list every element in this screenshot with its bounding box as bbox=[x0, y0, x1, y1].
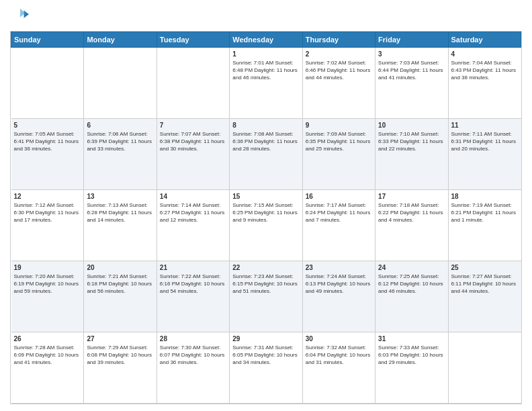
day-info: Sunrise: 7:22 AM Sunset: 6:16 PM Dayligh… bbox=[160, 273, 226, 295]
day-number: 12 bbox=[14, 193, 81, 200]
day-number: 23 bbox=[306, 264, 372, 271]
day-info: Sunrise: 7:19 AM Sunset: 6:21 PM Dayligh… bbox=[451, 201, 519, 224]
day-number: 6 bbox=[87, 122, 153, 129]
week-row-4: 26Sunrise: 7:28 AM Sunset: 6:09 PM Dayli… bbox=[11, 332, 521, 404]
header-row: SundayMondayTuesdayWednesdayThursdayFrid… bbox=[11, 32, 521, 48]
day-info: Sunrise: 7:15 AM Sunset: 6:25 PM Dayligh… bbox=[232, 201, 299, 224]
logo bbox=[10, 7, 32, 26]
col-header-tuesday: Tuesday bbox=[157, 32, 229, 48]
week-row-1: 5Sunrise: 7:05 AM Sunset: 6:41 PM Daylig… bbox=[11, 119, 521, 190]
day-info: Sunrise: 7:01 AM Sunset: 6:48 PM Dayligh… bbox=[232, 59, 299, 82]
day-info: Sunrise: 7:28 AM Sunset: 6:09 PM Dayligh… bbox=[14, 344, 81, 367]
cell-w4-d6 bbox=[448, 332, 521, 404]
day-number: 15 bbox=[232, 193, 299, 200]
col-header-monday: Monday bbox=[84, 32, 157, 48]
day-info: Sunrise: 7:09 AM Sunset: 6:35 PM Dayligh… bbox=[306, 130, 372, 153]
calendar-table: SundayMondayTuesdayWednesdayThursdayFrid… bbox=[11, 32, 521, 404]
day-number: 14 bbox=[160, 193, 226, 200]
day-number: 20 bbox=[87, 264, 153, 271]
week-row-0: 1Sunrise: 7:01 AM Sunset: 6:48 PM Daylig… bbox=[11, 48, 521, 119]
cell-w0-d1 bbox=[84, 48, 157, 119]
day-number: 22 bbox=[232, 264, 299, 271]
day-number: 28 bbox=[160, 335, 226, 342]
day-number: 16 bbox=[306, 193, 372, 200]
day-number: 24 bbox=[378, 264, 445, 271]
cell-w0-d0 bbox=[11, 48, 84, 119]
cell-w4-d0: 26Sunrise: 7:28 AM Sunset: 6:09 PM Dayli… bbox=[11, 332, 84, 404]
day-number: 29 bbox=[232, 335, 299, 342]
cell-w1-d4: 9Sunrise: 7:09 AM Sunset: 6:35 PM Daylig… bbox=[302, 119, 375, 190]
day-number: 1 bbox=[232, 50, 299, 58]
cell-w3-d2: 21Sunrise: 7:22 AM Sunset: 6:16 PM Dayli… bbox=[157, 261, 229, 332]
day-info: Sunrise: 7:33 AM Sunset: 6:03 PM Dayligh… bbox=[378, 344, 445, 367]
day-info: Sunrise: 7:12 AM Sunset: 6:30 PM Dayligh… bbox=[14, 201, 81, 224]
calendar-header: SundayMondayTuesdayWednesdayThursdayFrid… bbox=[11, 32, 521, 48]
cell-w3-d0: 19Sunrise: 7:20 AM Sunset: 6:19 PM Dayli… bbox=[11, 261, 84, 332]
day-number: 26 bbox=[14, 335, 81, 342]
cell-w2-d1: 13Sunrise: 7:13 AM Sunset: 6:28 PM Dayli… bbox=[84, 190, 157, 261]
day-number: 21 bbox=[160, 264, 226, 271]
day-info: Sunrise: 7:20 AM Sunset: 6:19 PM Dayligh… bbox=[14, 273, 81, 295]
logo-icon bbox=[10, 7, 29, 26]
cell-w0-d2 bbox=[157, 48, 229, 119]
cell-w2-d4: 16Sunrise: 7:17 AM Sunset: 6:24 PM Dayli… bbox=[302, 190, 375, 261]
day-info: Sunrise: 7:08 AM Sunset: 6:36 PM Dayligh… bbox=[232, 130, 299, 153]
cell-w1-d1: 6Sunrise: 7:06 AM Sunset: 6:39 PM Daylig… bbox=[84, 119, 157, 190]
cell-w4-d1: 27Sunrise: 7:29 AM Sunset: 6:08 PM Dayli… bbox=[84, 332, 157, 404]
day-info: Sunrise: 7:32 AM Sunset: 6:04 PM Dayligh… bbox=[306, 344, 372, 367]
cell-w4-d4: 30Sunrise: 7:32 AM Sunset: 6:04 PM Dayli… bbox=[302, 332, 375, 404]
day-info: Sunrise: 7:24 AM Sunset: 6:13 PM Dayligh… bbox=[306, 273, 372, 295]
day-info: Sunrise: 7:04 AM Sunset: 6:43 PM Dayligh… bbox=[451, 59, 519, 82]
day-number: 3 bbox=[378, 50, 445, 58]
cell-w2-d5: 17Sunrise: 7:18 AM Sunset: 6:22 PM Dayli… bbox=[375, 190, 448, 261]
day-number: 11 bbox=[451, 122, 519, 129]
day-info: Sunrise: 7:29 AM Sunset: 6:08 PM Dayligh… bbox=[87, 344, 153, 367]
day-info: Sunrise: 7:25 AM Sunset: 6:12 PM Dayligh… bbox=[378, 273, 445, 295]
day-info: Sunrise: 7:18 AM Sunset: 6:22 PM Dayligh… bbox=[378, 201, 445, 224]
day-info: Sunrise: 7:13 AM Sunset: 6:28 PM Dayligh… bbox=[87, 201, 153, 224]
day-info: Sunrise: 7:07 AM Sunset: 6:38 PM Dayligh… bbox=[160, 130, 226, 153]
week-row-3: 19Sunrise: 7:20 AM Sunset: 6:19 PM Dayli… bbox=[11, 261, 521, 332]
cell-w1-d6: 11Sunrise: 7:11 AM Sunset: 6:31 PM Dayli… bbox=[448, 119, 521, 190]
cell-w3-d3: 22Sunrise: 7:23 AM Sunset: 6:15 PM Dayli… bbox=[230, 261, 302, 332]
day-info: Sunrise: 7:02 AM Sunset: 6:46 PM Dayligh… bbox=[306, 59, 372, 82]
col-header-sunday: Sunday bbox=[11, 32, 84, 48]
day-info: Sunrise: 7:23 AM Sunset: 6:15 PM Dayligh… bbox=[232, 273, 299, 295]
day-info: Sunrise: 7:17 AM Sunset: 6:24 PM Dayligh… bbox=[306, 201, 372, 224]
day-info: Sunrise: 7:06 AM Sunset: 6:39 PM Dayligh… bbox=[87, 130, 153, 153]
day-number: 27 bbox=[87, 335, 153, 342]
cell-w3-d5: 24Sunrise: 7:25 AM Sunset: 6:12 PM Dayli… bbox=[375, 261, 448, 332]
cell-w1-d3: 8Sunrise: 7:08 AM Sunset: 6:36 PM Daylig… bbox=[230, 119, 302, 190]
calendar: SundayMondayTuesdayWednesdayThursdayFrid… bbox=[10, 31, 522, 404]
svg-marker-0 bbox=[24, 11, 29, 18]
day-number: 19 bbox=[14, 264, 81, 271]
day-number: 17 bbox=[378, 193, 445, 200]
cell-w4-d5: 31Sunrise: 7:33 AM Sunset: 6:03 PM Dayli… bbox=[375, 332, 448, 404]
day-number: 31 bbox=[378, 335, 445, 342]
cell-w0-d5: 3Sunrise: 7:03 AM Sunset: 6:44 PM Daylig… bbox=[375, 48, 448, 119]
day-number: 4 bbox=[451, 50, 519, 58]
cell-w0-d4: 2Sunrise: 7:02 AM Sunset: 6:46 PM Daylig… bbox=[302, 48, 375, 119]
day-number: 18 bbox=[451, 193, 519, 200]
cell-w0-d6: 4Sunrise: 7:04 AM Sunset: 6:43 PM Daylig… bbox=[448, 48, 521, 119]
day-info: Sunrise: 7:30 AM Sunset: 6:07 PM Dayligh… bbox=[160, 344, 226, 367]
day-info: Sunrise: 7:31 AM Sunset: 6:05 PM Dayligh… bbox=[232, 344, 299, 367]
week-row-2: 12Sunrise: 7:12 AM Sunset: 6:30 PM Dayli… bbox=[11, 190, 521, 261]
cell-w1-d5: 10Sunrise: 7:10 AM Sunset: 6:33 PM Dayli… bbox=[375, 119, 448, 190]
col-header-thursday: Thursday bbox=[302, 32, 375, 48]
day-info: Sunrise: 7:11 AM Sunset: 6:31 PM Dayligh… bbox=[451, 130, 519, 153]
day-number: 30 bbox=[306, 335, 372, 342]
header bbox=[10, 7, 522, 26]
cell-w4-d3: 29Sunrise: 7:31 AM Sunset: 6:05 PM Dayli… bbox=[230, 332, 302, 404]
day-info: Sunrise: 7:21 AM Sunset: 6:18 PM Dayligh… bbox=[87, 273, 153, 295]
cell-w2-d0: 12Sunrise: 7:12 AM Sunset: 6:30 PM Dayli… bbox=[11, 190, 84, 261]
day-number: 10 bbox=[378, 122, 445, 129]
col-header-friday: Friday bbox=[375, 32, 448, 48]
day-info: Sunrise: 7:27 AM Sunset: 6:11 PM Dayligh… bbox=[451, 273, 519, 295]
col-header-saturday: Saturday bbox=[448, 32, 521, 48]
day-info: Sunrise: 7:10 AM Sunset: 6:33 PM Dayligh… bbox=[378, 130, 445, 153]
day-number: 8 bbox=[232, 122, 299, 129]
col-header-wednesday: Wednesday bbox=[230, 32, 302, 48]
cell-w2-d2: 14Sunrise: 7:14 AM Sunset: 6:27 PM Dayli… bbox=[157, 190, 229, 261]
cell-w0-d3: 1Sunrise: 7:01 AM Sunset: 6:48 PM Daylig… bbox=[230, 48, 302, 119]
